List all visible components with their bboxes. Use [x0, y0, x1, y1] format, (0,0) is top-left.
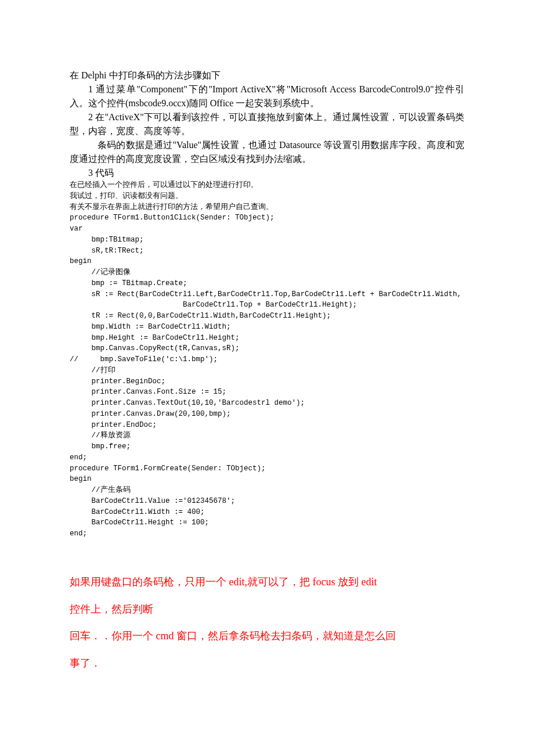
- red-text: 如果用键盘口的条码枪，只用一个: [70, 576, 229, 588]
- code-line: printer.Canvas.Font.Size := 15;: [70, 388, 226, 396]
- code-line: bmp.free;: [70, 442, 131, 451]
- code-line: bmp.Width := BarCodeCtrl1.Width;: [70, 323, 231, 331]
- red-line-1: 如果用键盘口的条码枪，只用一个 edit,就可以了，把 focus 放到 edi…: [70, 568, 464, 596]
- red-line-3: 回车．．你用一个 cmd 窗口，然后拿条码枪去扫条码，就知道是怎么回: [70, 622, 464, 650]
- code-line: 在已经插入一个控件后，可以通过以下的处理进行打印。: [70, 181, 258, 189]
- code-line: bmp.Canvas.CopyRect(tR,Canvas,sR);: [70, 344, 240, 352]
- code-line: begin: [70, 475, 92, 483]
- code-line: sR,tR:TRect;: [70, 247, 144, 255]
- code-line: 我试过，打印、识读都没有问题。: [70, 192, 183, 200]
- red-note: 如果用键盘口的条码枪，只用一个 edit,就可以了，把 focus 放到 edi…: [70, 568, 464, 677]
- code-line: //释放资源: [70, 431, 131, 440]
- code-line: // bmp.SaveToFile('c:\1.bmp');: [70, 355, 218, 363]
- code-line: end;: [70, 530, 87, 538]
- red-text: 控件上，然后判断: [70, 603, 153, 615]
- code-line: procedure TForm1.Button1Click(Sender: TO…: [70, 214, 275, 222]
- code-line: BarCodeCtrl1.Value :='012345678';: [70, 497, 235, 505]
- red-text: cmd: [156, 630, 177, 642]
- paragraph-intro: 在 Delphi 中打印条码的方法步骤如下: [70, 69, 464, 82]
- code-line: printer.EndDoc;: [70, 421, 157, 429]
- paragraph-value-note: 条码的数据是通过"Value"属性设置，也通过 Datasource 等设置引用…: [70, 138, 464, 166]
- red-line-4: 事了．: [70, 650, 464, 677]
- code-line: sR := Rect(BarCodeCtrl1.Left,BarCodeCtrl…: [70, 290, 461, 298]
- code-line: tR := Rect(0,0,BarCodeCtrl1.Width,BarCod…: [70, 312, 331, 320]
- code-line: printer.BeginDoc;: [70, 377, 165, 386]
- code-line: begin: [70, 257, 92, 265]
- paragraph-step2: 2 在"ActiveX"下可以看到该控件，可以直接拖放到窗体上。通过属性设置，可…: [70, 110, 464, 138]
- paragraph-step3: 3 代码: [70, 166, 464, 180]
- code-line: //产生条码: [70, 486, 131, 494]
- code-line: BarCodeCtrl1.Width := 400;: [70, 508, 205, 516]
- code-line: bmp := TBitmap.Create;: [70, 279, 187, 287]
- red-text: edit,: [229, 576, 248, 588]
- code-line: bmp:TBitmap;: [70, 236, 144, 244]
- red-text: focus: [313, 576, 338, 588]
- red-text: 事了．: [70, 657, 101, 669]
- code-line: procedure TForm1.FormCreate(Sender: TObj…: [70, 465, 266, 473]
- code-line: //记录图像: [70, 268, 131, 276]
- red-line-2: 控件上，然后判断: [70, 596, 464, 623]
- document-page: 在 Delphi 中打印条码的方法步骤如下 1 通过菜单"Component"下…: [0, 0, 534, 712]
- code-line: //打印: [70, 366, 116, 375]
- paragraph-step1: 1 通过菜单"Component"下的"Import ActiveX"将"Mic…: [70, 82, 464, 110]
- code-line: BarCodeCtrl1.Top + BarCodeCtrl1.Height);: [70, 301, 357, 309]
- code-line: var: [70, 225, 83, 233]
- code-line: printer.Canvas.Draw(20,100,bmp);: [70, 410, 231, 418]
- red-text: edit: [362, 576, 377, 588]
- code-line: printer.Canvas.TextOut(10,10,'Barcodestr…: [70, 399, 305, 407]
- red-text: 放到: [338, 576, 362, 588]
- code-line: 有关不显示在界面上就进行打印的方法，希望用户自己查询。: [70, 203, 273, 211]
- code-line: end;: [70, 453, 87, 462]
- red-text: 窗口，然后拿条码枪去扫条码，就知道是怎么回: [176, 630, 396, 642]
- red-text: 就可以了，把: [247, 576, 313, 588]
- code-line: bmp.Height := BarCodeCtrl1.Height;: [70, 334, 240, 342]
- code-block: 在已经插入一个控件后，可以通过以下的处理进行打印。 我试过，打印、识读都没有问题…: [70, 180, 464, 539]
- red-text: 回车．．你用一个: [70, 630, 156, 642]
- code-line: BarCodeCtrl1.Height := 100;: [70, 519, 209, 527]
